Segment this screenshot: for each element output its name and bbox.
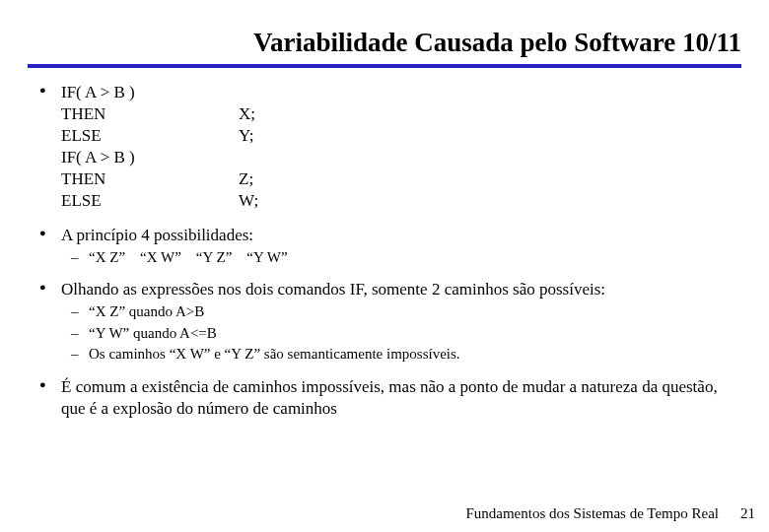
code-l5-left: THEN [61,168,239,190]
code-l1-left: IF( A > B ) [61,82,239,103]
sub-path-impossible: Os caminhos “X W” e “Y Z” são semanticam… [61,345,730,365]
bullet-possibilities-text: A princípio 4 possibilidades: [61,226,253,244]
bullet-code: IF( A > B ) THEN X; ELSE Y; IF( A > B ) … [39,82,730,213]
bullet-two-paths-text: Olhando as expressões nos dois comandos … [61,280,605,299]
sub-path-yw: “Y W” quando A<=B [61,324,730,344]
code-l3-right: Y; [239,125,730,147]
bullet-conclusion: É comum a existência de caminhos impossí… [39,376,730,420]
code-l2-left: THEN [61,103,239,125]
code-l6-left: ELSE [61,190,239,212]
slide-title: Variabilidade Causada pelo Software 10/1… [0,0,769,64]
code-l4-right [239,147,730,168]
bullet-two-paths: Olhando as expressões nos dois comandos … [39,279,730,365]
footer-text: Fundamentos dos Sistemas de Tempo Real [465,505,719,522]
footer: Fundamentos dos Sistemas de Tempo Real 2… [0,505,769,522]
sub-path-xz: “X Z” quando A>B [61,302,730,322]
code-l3-left: ELSE [61,125,239,147]
page-number: 21 [740,505,755,522]
code-l2-right: X; [239,103,730,125]
code-l4-left: IF( A > B ) [61,147,239,168]
code-block: IF( A > B ) THEN X; ELSE Y; IF( A > B ) … [61,82,730,213]
code-l6-right: W; [239,190,730,212]
code-l1-right [239,82,730,103]
slide-content: IF( A > B ) THEN X; ELSE Y; IF( A > B ) … [0,68,769,420]
sub-possibilities-list: “X Z” “X W” “Y Z” “Y W” [61,248,730,268]
code-l5-right: Z; [239,168,730,190]
bullet-possibilities: A princípio 4 possibilidades: “X Z” “X W… [39,225,730,268]
